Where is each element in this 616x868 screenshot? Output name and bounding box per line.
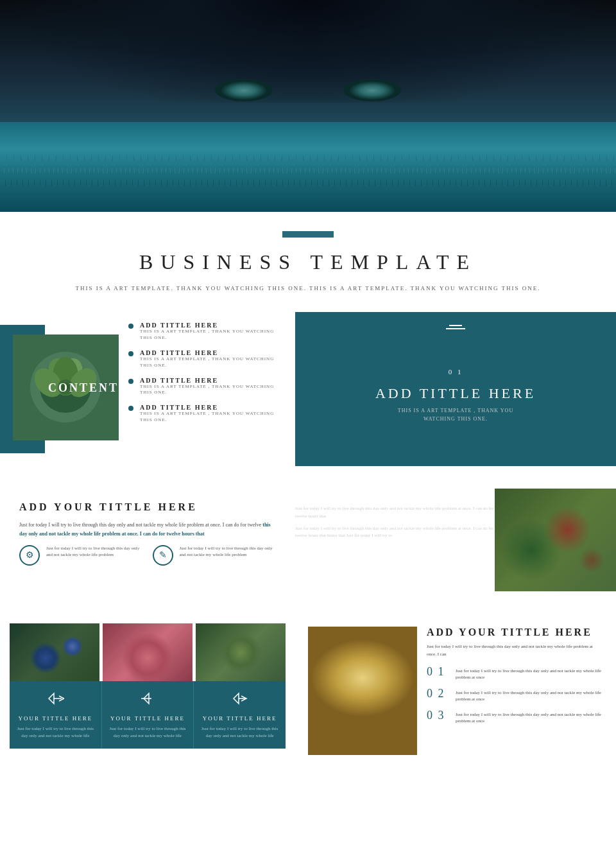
r2r-text1: Just for today I will try to live throug… <box>295 505 495 519</box>
list-item-desc: THIS IS A ART TEMPLATE , THANK YOU WATCH… <box>140 384 282 397</box>
r3r-content: ADD YOUR TITTLE HERE Just for today I wi… <box>427 627 603 755</box>
row3-right: ADD YOUR TITTLE HERE Just for today I wi… <box>295 614 616 768</box>
num-badge-1: 0 1 <box>427 666 449 677</box>
list-item: ADD TITTLE HERE THIS IS A ART TEMPLATE ,… <box>128 377 282 397</box>
r3r-desc: Just for today I will try to live throug… <box>427 643 603 657</box>
r2r-text2: Just for today I will try to live throug… <box>295 525 495 539</box>
right-card-desc: THIS IS A ART TEMPLATE , THANK YOU WATCH… <box>391 407 520 424</box>
icon-text-1: Just for today I will try to live throug… <box>46 545 143 559</box>
card-text-3: Just for today I will try to live throug… <box>200 725 279 739</box>
row1-right: 0 1 ADD TITTLE HERE THIS IS A ART TEMPLA… <box>295 312 616 466</box>
list-item-desc: THIS IS A ART TEMPLATE , THANK YOU WATCH… <box>140 356 282 369</box>
num-list-item-2: 0 2 Just for today I will try to live th… <box>427 688 603 703</box>
num-text-3: Just for today I will try to live throug… <box>456 709 603 725</box>
num-badge-3: 0 3 <box>427 709 449 721</box>
icon-card-3: YOUR TITTLE HERE Just for today I will t… <box>194 681 286 749</box>
row1: CONTENT ADD TITTLE HERE THIS IS A ART TE… <box>0 312 616 466</box>
icon-text-2: Just for today I will try to live throug… <box>180 545 277 559</box>
card-title-1: YOUR TITTLE HERE <box>16 715 95 722</box>
row2-right-content: THIS IS A ART TEMPLATE , THANK YOU WATCH… <box>295 489 495 591</box>
card-title-3: YOUR TITTLE HERE <box>200 715 279 722</box>
card-title-2: YOUR TITTLE HERE <box>108 715 187 722</box>
main-title: BUSINESS TEMPLATE <box>13 250 603 274</box>
list-item-desc: THIS IS A ART TEMPLATE , THANK YOU WATCH… <box>140 411 282 424</box>
food2-image <box>308 627 417 755</box>
r2r-title: THIS IS A ART TEMPLATE , THANK YOU WATCH… <box>295 489 495 500</box>
bullet-icon <box>128 351 133 356</box>
strip-image-3 <box>196 623 286 681</box>
row3-left: YOUR TITTLE HERE Just for today I will t… <box>0 614 295 768</box>
strip-image-1 <box>10 623 99 681</box>
card-icon-1 <box>16 691 95 710</box>
num-list-item-1: 0 1 Just for today I will try to live th… <box>427 666 603 681</box>
icon-card-1: YOUR TITTLE HERE Just for today I will t… <box>10 681 102 749</box>
list-item: ADD TITTLE HERE THIS IS A ART TEMPLATE ,… <box>128 322 282 342</box>
icon-box-2: ✎ Just for today I will try to live thro… <box>153 545 277 566</box>
subtitle-text: THIS IS A ART TEMPLATE. THANK YOU WATCHI… <box>13 284 603 293</box>
edit-icon: ✎ <box>153 545 173 566</box>
card-text-1: Just for today I will try to live throug… <box>16 725 95 739</box>
num-list-item-3: 0 3 Just for today I will try to live th… <box>427 709 603 725</box>
settings-icon: ⚙ <box>19 545 40 566</box>
list-item-title: ADD TITTLE HERE <box>140 377 282 384</box>
content-label: CONTENT <box>48 381 112 394</box>
row2-body: Just for today I will try to live throug… <box>19 521 276 538</box>
title-section: BUSINESS TEMPLATE THIS IS A ART TEMPLATE… <box>0 212 616 306</box>
list-item: ADD TITTLE HERE THIS IS A ART TEMPLATE ,… <box>128 404 282 424</box>
strip-image-2 <box>103 623 193 681</box>
num-text-2: Just for today I will try to live throug… <box>456 688 603 703</box>
list-item: ADD TITTLE HERE THIS IS A ART TEMPLATE ,… <box>128 349 282 369</box>
card-icon-3 <box>200 691 279 710</box>
icon-box-1: ⚙ Just for today I will try to live thro… <box>19 545 143 566</box>
row2-title: ADD YOUR TITTLE HERE <box>19 501 276 513</box>
bullet-icon <box>128 406 133 411</box>
food-img-inner <box>495 489 616 591</box>
slide-number: 0 1 <box>449 368 463 376</box>
row2: ADD YOUR TITTLE HERE Just for today I wi… <box>0 489 616 591</box>
bullet-icon <box>128 324 133 329</box>
hero-section <box>0 0 616 212</box>
right-card-title: ADD TITTLE HERE <box>375 385 536 402</box>
row3: YOUR TITTLE HERE Just for today I will t… <box>0 614 616 768</box>
icon-card-2: YOUR TITTLE HERE Just for today I will t… <box>102 681 194 749</box>
image-strip <box>10 623 286 681</box>
list-item-title: ADD TITTLE HERE <box>140 349 282 356</box>
num-badge-2: 0 2 <box>427 688 449 699</box>
icon-row: ⚙ Just for today I will try to live thro… <box>19 545 276 566</box>
num-list: 0 1 Just for today I will try to live th… <box>427 666 603 725</box>
list-item-title: ADD TITTLE HERE <box>140 322 282 329</box>
plant-image: CONTENT <box>13 334 119 440</box>
r3r-main-title: ADD YOUR TITTLE HERE <box>427 627 603 638</box>
row1-left: CONTENT ADD TITTLE HERE THIS IS A ART TE… <box>0 312 295 466</box>
row2-left: ADD YOUR TITTLE HERE Just for today I wi… <box>0 489 295 591</box>
card-icon-2 <box>108 691 187 710</box>
food-image <box>495 489 616 591</box>
list-item-title: ADD TITTLE HERE <box>140 404 282 411</box>
list-section: ADD TITTLE HERE THIS IS A ART TEMPLATE ,… <box>128 322 282 431</box>
num-text-1: Just for today I will try to live throug… <box>456 666 603 681</box>
row2-right: THIS IS A ART TEMPLATE , THANK YOU WATCH… <box>295 489 616 591</box>
bullet-icon <box>128 379 133 384</box>
list-item-desc: THIS IS A ART TEMPLATE , THANK YOU WATCH… <box>140 329 282 342</box>
title-decorative-bar <box>282 231 334 238</box>
card-text-2: Just for today I will try to live throug… <box>108 725 187 739</box>
icon-cards: YOUR TITTLE HERE Just for today I will t… <box>10 681 286 749</box>
